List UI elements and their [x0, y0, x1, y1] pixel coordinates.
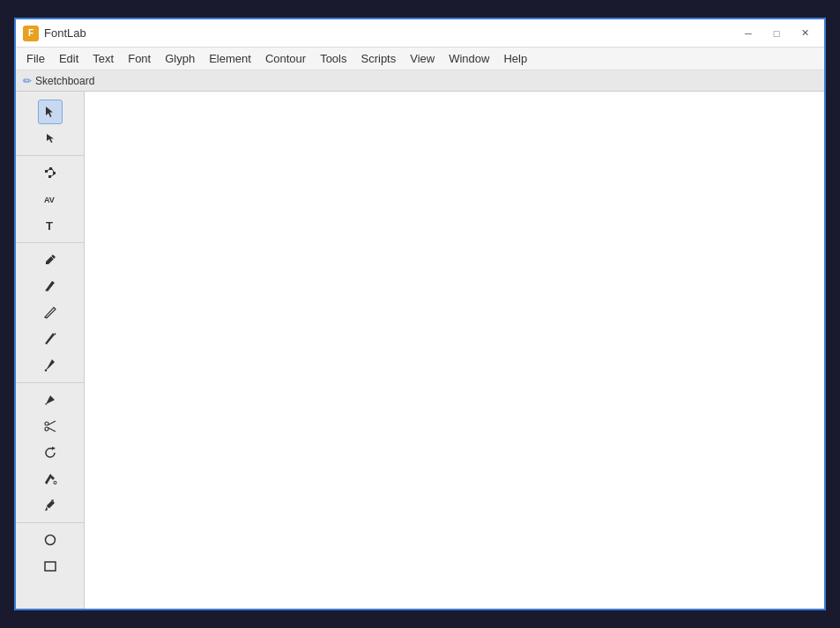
sketchboard-tab-label: Sketchboard — [35, 75, 94, 87]
rotate-tool[interactable] — [38, 440, 63, 465]
node-select-tool[interactable] — [38, 126, 63, 151]
toolbar: AV T — [16, 92, 85, 609]
brush-tool[interactable] — [38, 353, 63, 378]
svg-line-17 — [48, 428, 56, 432]
tool-group-text: AV T — [16, 156, 84, 243]
svg-text:T: T — [46, 219, 53, 233]
content-area: AV T — [16, 92, 824, 609]
menu-tools[interactable]: Tools — [313, 49, 353, 68]
tab-bar: ✏ Sketchboard — [16, 70, 824, 92]
svg-text:AV: AV — [44, 196, 55, 204]
kerning-tool[interactable]: AV — [38, 187, 63, 211]
menu-view[interactable]: View — [403, 49, 442, 68]
svg-point-21 — [45, 536, 55, 545]
menu-text[interactable]: Text — [85, 49, 121, 68]
maximize-button[interactable]: □ — [764, 25, 789, 42]
tool-group-shapes — [16, 523, 84, 583]
node-edit-tool[interactable] — [38, 160, 63, 185]
eyedropper-tool[interactable] — [38, 493, 63, 518]
menu-edit[interactable]: Edit — [52, 49, 85, 68]
rectangle-tool[interactable] — [38, 554, 63, 579]
svg-point-13 — [45, 403, 47, 405]
pointer-select-tool[interactable] — [38, 100, 63, 124]
scissors-tool[interactable] — [38, 414, 63, 439]
svg-point-19 — [54, 482, 56, 484]
svg-point-10 — [44, 317, 46, 319]
close-button[interactable]: ✕ — [792, 25, 817, 42]
canvas[interactable] — [85, 92, 824, 609]
minimize-button[interactable]: ─ — [736, 25, 761, 42]
pen-tool[interactable] — [38, 274, 63, 299]
window-title: FontLab — [44, 26, 86, 40]
svg-point-9 — [45, 290, 47, 292]
tool-group-selection — [16, 95, 84, 156]
svg-point-15 — [45, 427, 48, 431]
svg-point-14 — [45, 422, 48, 425]
main-window: F FontLab ─ □ ✕ File Edit Text Font Glyp… — [14, 18, 826, 610]
svg-line-16 — [48, 421, 56, 425]
svg-point-20 — [51, 499, 54, 502]
app-icon: F — [23, 26, 39, 41]
menu-scripts[interactable]: Scripts — [354, 49, 404, 68]
menu-contour[interactable]: Contour — [258, 49, 313, 68]
menu-help[interactable]: Help — [496, 49, 534, 68]
text-tool[interactable]: T — [38, 213, 63, 238]
menu-glyph[interactable]: Glyph — [158, 49, 202, 68]
menu-element[interactable]: Element — [202, 49, 258, 68]
title-bar: F FontLab ─ □ ✕ — [16, 19, 824, 48]
knife-tool[interactable] — [38, 388, 63, 412]
svg-point-12 — [44, 369, 46, 371]
menu-file[interactable]: File — [19, 49, 52, 68]
svg-rect-22 — [45, 562, 56, 571]
pencil-tool[interactable] — [38, 248, 63, 272]
svg-line-11 — [55, 334, 56, 336]
menu-window[interactable]: Window — [442, 49, 496, 68]
tool-group-edit — [16, 383, 84, 523]
tab-sketchboard[interactable]: ✏ Sketchboard — [23, 75, 94, 87]
ellipse-tool[interactable] — [38, 528, 63, 552]
menu-font[interactable]: Font — [121, 49, 158, 68]
title-bar-left: F FontLab — [23, 26, 86, 41]
sketchboard-tab-icon: ✏ — [23, 75, 32, 87]
svg-rect-1 — [49, 167, 52, 170]
tool-group-draw — [16, 243, 84, 383]
menu-bar: File Edit Text Font Glyph Element Contou… — [16, 48, 824, 70]
fill-tool[interactable] — [38, 467, 63, 491]
spiro-tool[interactable] — [38, 300, 63, 325]
window-controls: ─ □ ✕ — [736, 25, 817, 42]
rapidograph-tool[interactable] — [38, 327, 63, 351]
